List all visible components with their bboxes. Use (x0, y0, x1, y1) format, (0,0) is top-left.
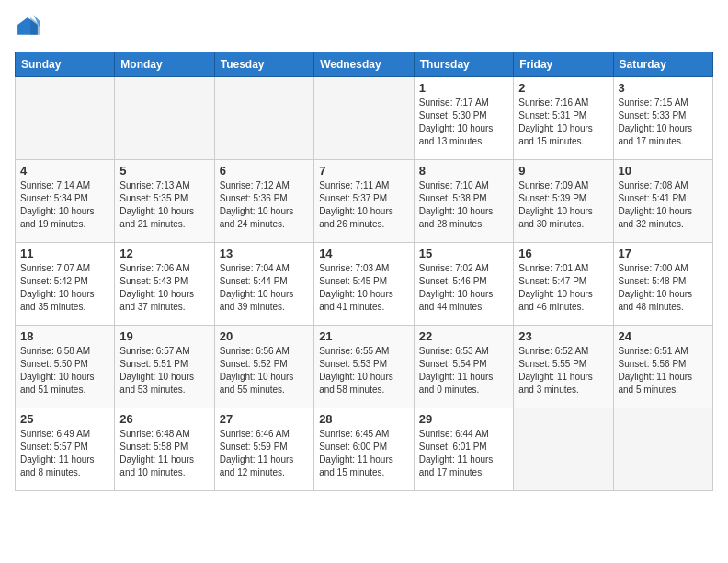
day-info: Sunrise: 7:04 AM Sunset: 5:44 PM Dayligh… (220, 262, 309, 314)
calendar-cell: 27Sunrise: 6:46 AM Sunset: 5:59 PM Dayli… (214, 408, 313, 491)
calendar-cell: 8Sunrise: 7:10 AM Sunset: 5:38 PM Daylig… (414, 160, 513, 243)
calendar-cell (314, 77, 415, 160)
day-number: 27 (220, 412, 309, 426)
day-number: 19 (119, 329, 209, 343)
calendar-cell: 6Sunrise: 7:12 AM Sunset: 5:36 PM Daylig… (214, 160, 313, 243)
logo (15, 15, 44, 40)
day-info: Sunrise: 6:52 AM Sunset: 5:55 PM Dayligh… (518, 345, 608, 396)
calendar-cell: 26Sunrise: 6:48 AM Sunset: 5:58 PM Dayli… (115, 408, 214, 491)
calendar-cell (514, 408, 613, 491)
weekday-header: Monday (115, 52, 214, 77)
calendar-cell: 5Sunrise: 7:13 AM Sunset: 5:35 PM Daylig… (115, 160, 214, 243)
day-info: Sunrise: 7:03 AM Sunset: 5:45 PM Dayligh… (319, 262, 409, 314)
weekday-header: Thursday (414, 52, 513, 77)
day-number: 22 (419, 329, 508, 343)
day-number: 6 (220, 164, 309, 178)
calendar-cell: 28Sunrise: 6:45 AM Sunset: 6:00 PM Dayli… (314, 408, 415, 491)
calendar-cell: 25Sunrise: 6:49 AM Sunset: 5:57 PM Dayli… (16, 408, 115, 491)
day-number: 29 (419, 412, 508, 426)
calendar-header-row: SundayMondayTuesdayWednesdayThursdayFrid… (16, 52, 713, 77)
day-info: Sunrise: 6:51 AM Sunset: 5:56 PM Dayligh… (619, 345, 709, 396)
calendar-cell: 21Sunrise: 6:55 AM Sunset: 5:53 PM Dayli… (314, 326, 415, 408)
calendar-week-row: 4Sunrise: 7:14 AM Sunset: 5:34 PM Daylig… (16, 160, 713, 243)
weekday-header: Sunday (16, 52, 115, 77)
calendar-cell: 23Sunrise: 6:52 AM Sunset: 5:55 PM Dayli… (514, 326, 613, 408)
calendar-cell (214, 77, 313, 160)
calendar-cell: 3Sunrise: 7:15 AM Sunset: 5:33 PM Daylig… (613, 77, 713, 160)
calendar-cell: 10Sunrise: 7:08 AM Sunset: 5:41 PM Dayli… (613, 160, 713, 243)
day-info: Sunrise: 6:44 AM Sunset: 6:01 PM Dayligh… (419, 428, 508, 479)
day-number: 9 (518, 164, 608, 178)
logo-icon (15, 15, 40, 40)
calendar-cell (115, 77, 214, 160)
day-info: Sunrise: 7:11 AM Sunset: 5:37 PM Dayligh… (319, 179, 409, 231)
calendar-cell: 7Sunrise: 7:11 AM Sunset: 5:37 PM Daylig… (314, 160, 415, 243)
day-number: 26 (119, 412, 209, 426)
day-number: 20 (220, 329, 309, 343)
calendar-week-row: 18Sunrise: 6:58 AM Sunset: 5:50 PM Dayli… (16, 326, 713, 408)
day-number: 28 (319, 412, 409, 426)
day-info: Sunrise: 6:55 AM Sunset: 5:53 PM Dayligh… (319, 345, 409, 396)
day-info: Sunrise: 7:00 AM Sunset: 5:48 PM Dayligh… (619, 262, 709, 314)
day-number: 24 (619, 329, 709, 343)
day-info: Sunrise: 7:08 AM Sunset: 5:41 PM Dayligh… (619, 179, 709, 231)
day-number: 25 (20, 412, 109, 426)
calendar-cell: 18Sunrise: 6:58 AM Sunset: 5:50 PM Dayli… (16, 326, 115, 408)
day-number: 17 (619, 247, 709, 260)
calendar-cell: 17Sunrise: 7:00 AM Sunset: 5:48 PM Dayli… (613, 243, 713, 326)
calendar-cell (613, 408, 713, 491)
calendar-cell: 9Sunrise: 7:09 AM Sunset: 5:39 PM Daylig… (514, 160, 613, 243)
calendar-cell: 1Sunrise: 7:17 AM Sunset: 5:30 PM Daylig… (414, 77, 513, 160)
day-number: 7 (319, 164, 409, 178)
day-info: Sunrise: 7:17 AM Sunset: 5:30 PM Dayligh… (419, 97, 508, 148)
day-info: Sunrise: 6:58 AM Sunset: 5:50 PM Dayligh… (20, 345, 109, 396)
day-number: 11 (20, 247, 109, 260)
day-info: Sunrise: 6:53 AM Sunset: 5:54 PM Dayligh… (419, 345, 508, 396)
calendar-cell: 11Sunrise: 7:07 AM Sunset: 5:42 PM Dayli… (16, 243, 115, 326)
day-info: Sunrise: 7:01 AM Sunset: 5:47 PM Dayligh… (518, 262, 608, 314)
day-info: Sunrise: 7:13 AM Sunset: 5:35 PM Dayligh… (119, 179, 209, 231)
weekday-header: Friday (514, 52, 613, 77)
svg-marker-1 (30, 17, 40, 35)
calendar-cell: 4Sunrise: 7:14 AM Sunset: 5:34 PM Daylig… (16, 160, 115, 243)
calendar-cell: 24Sunrise: 6:51 AM Sunset: 5:56 PM Dayli… (613, 326, 713, 408)
calendar-cell: 20Sunrise: 6:56 AM Sunset: 5:52 PM Dayli… (214, 326, 313, 408)
day-info: Sunrise: 6:56 AM Sunset: 5:52 PM Dayligh… (220, 345, 309, 396)
calendar-cell: 12Sunrise: 7:06 AM Sunset: 5:43 PM Dayli… (115, 243, 214, 326)
day-info: Sunrise: 6:45 AM Sunset: 6:00 PM Dayligh… (319, 428, 409, 479)
day-info: Sunrise: 6:46 AM Sunset: 5:59 PM Dayligh… (220, 428, 309, 479)
calendar-week-row: 1Sunrise: 7:17 AM Sunset: 5:30 PM Daylig… (16, 77, 713, 160)
weekday-header: Saturday (613, 52, 713, 77)
calendar-cell: 2Sunrise: 7:16 AM Sunset: 5:31 PM Daylig… (514, 77, 613, 160)
day-number: 2 (518, 81, 608, 95)
day-info: Sunrise: 7:07 AM Sunset: 5:42 PM Dayligh… (20, 262, 109, 314)
day-number: 3 (619, 81, 709, 95)
calendar-week-row: 25Sunrise: 6:49 AM Sunset: 5:57 PM Dayli… (16, 408, 713, 491)
day-number: 23 (518, 329, 608, 343)
calendar-cell (16, 77, 115, 160)
calendar-table: SundayMondayTuesdayWednesdayThursdayFrid… (15, 52, 713, 491)
day-info: Sunrise: 7:15 AM Sunset: 5:33 PM Dayligh… (619, 97, 709, 148)
day-number: 4 (20, 164, 109, 178)
day-info: Sunrise: 7:09 AM Sunset: 5:39 PM Dayligh… (518, 179, 608, 231)
day-number: 12 (119, 247, 209, 260)
day-info: Sunrise: 7:14 AM Sunset: 5:34 PM Dayligh… (20, 179, 109, 231)
calendar-cell: 13Sunrise: 7:04 AM Sunset: 5:44 PM Dayli… (214, 243, 313, 326)
calendar-cell: 22Sunrise: 6:53 AM Sunset: 5:54 PM Dayli… (414, 326, 513, 408)
calendar-cell: 16Sunrise: 7:01 AM Sunset: 5:47 PM Dayli… (514, 243, 613, 326)
day-info: Sunrise: 6:48 AM Sunset: 5:58 PM Dayligh… (119, 428, 209, 479)
day-info: Sunrise: 6:57 AM Sunset: 5:51 PM Dayligh… (119, 345, 209, 396)
day-number: 5 (119, 164, 209, 178)
day-number: 15 (419, 247, 508, 260)
calendar-cell: 29Sunrise: 6:44 AM Sunset: 6:01 PM Dayli… (414, 408, 513, 491)
calendar-week-row: 11Sunrise: 7:07 AM Sunset: 5:42 PM Dayli… (16, 243, 713, 326)
day-number: 1 (419, 81, 508, 95)
day-number: 14 (319, 247, 409, 260)
day-number: 10 (619, 164, 709, 178)
day-info: Sunrise: 7:16 AM Sunset: 5:31 PM Dayligh… (518, 97, 608, 148)
calendar-cell: 15Sunrise: 7:02 AM Sunset: 5:46 PM Dayli… (414, 243, 513, 326)
day-info: Sunrise: 6:49 AM Sunset: 5:57 PM Dayligh… (20, 428, 109, 479)
calendar-cell: 19Sunrise: 6:57 AM Sunset: 5:51 PM Dayli… (115, 326, 214, 408)
day-number: 21 (319, 329, 409, 343)
day-info: Sunrise: 7:06 AM Sunset: 5:43 PM Dayligh… (119, 262, 209, 314)
